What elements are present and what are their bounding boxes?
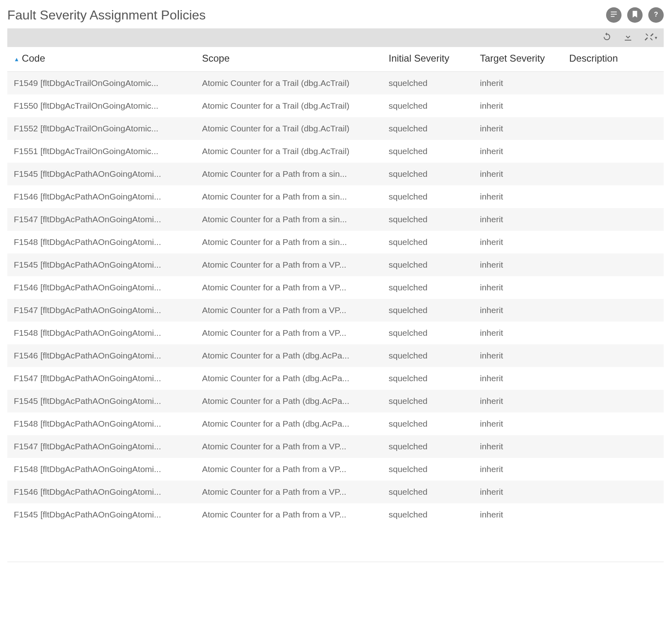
cell-code: F1548 [fltDbgAcPathAOnGoingAtomi... bbox=[7, 322, 198, 344]
bookmark-button[interactable] bbox=[627, 7, 643, 23]
cell-target: inherit bbox=[476, 276, 565, 299]
table-row[interactable]: F1545 [fltDbgAcPathAOnGoingAtomi...Atomi… bbox=[7, 503, 664, 526]
cell-initial: squelched bbox=[385, 299, 476, 322]
cell-desc bbox=[565, 503, 664, 526]
cell-target: inherit bbox=[476, 322, 565, 344]
cell-target: inherit bbox=[476, 458, 565, 481]
table-row[interactable]: F1552 [fltDbgAcTrailOnGoingAtomic...Atom… bbox=[7, 117, 664, 140]
download-button[interactable] bbox=[623, 32, 633, 44]
cell-code: F1546 [fltDbgAcPathAOnGoingAtomi... bbox=[7, 344, 198, 367]
cell-code: F1545 [fltDbgAcPathAOnGoingAtomi... bbox=[7, 253, 198, 276]
cell-code: F1550 [fltDbgAcTrailOnGoingAtomic... bbox=[7, 94, 198, 117]
cell-code: F1548 [fltDbgAcPathAOnGoingAtomi... bbox=[7, 412, 198, 435]
cell-desc bbox=[565, 185, 664, 208]
table-row[interactable]: F1548 [fltDbgAcPathAOnGoingAtomi...Atomi… bbox=[7, 458, 664, 481]
cell-initial: squelched bbox=[385, 140, 476, 163]
cell-desc bbox=[565, 163, 664, 185]
cell-code: F1545 [fltDbgAcPathAOnGoingAtomi... bbox=[7, 163, 198, 185]
question-icon: ? bbox=[652, 10, 660, 21]
table-row[interactable]: F1545 [fltDbgAcPathAOnGoingAtomi...Atomi… bbox=[7, 253, 664, 276]
cell-scope: Atomic Counter for a Path from a VP... bbox=[198, 276, 385, 299]
cell-code: F1545 [fltDbgAcPathAOnGoingAtomi... bbox=[7, 390, 198, 412]
cell-target: inherit bbox=[476, 72, 565, 95]
cell-code: F1547 [fltDbgAcPathAOnGoingAtomi... bbox=[7, 208, 198, 231]
cell-target: inherit bbox=[476, 503, 565, 526]
table-row[interactable]: F1545 [fltDbgAcPathAOnGoingAtomi...Atomi… bbox=[7, 163, 664, 185]
cell-initial: squelched bbox=[385, 344, 476, 367]
cell-target: inherit bbox=[476, 390, 565, 412]
cell-target: inherit bbox=[476, 344, 565, 367]
cell-desc bbox=[565, 412, 664, 435]
column-label: Target Severity bbox=[480, 53, 545, 64]
table-row[interactable]: F1547 [fltDbgAcPathAOnGoingAtomi...Atomi… bbox=[7, 299, 664, 322]
cell-initial: squelched bbox=[385, 276, 476, 299]
refresh-icon bbox=[602, 32, 612, 44]
column-header-description[interactable]: Description bbox=[565, 47, 664, 72]
sort-ascending-icon: ▲ bbox=[14, 56, 19, 62]
table-row[interactable]: F1551 [fltDbgAcTrailOnGoingAtomic...Atom… bbox=[7, 140, 664, 163]
cell-code: F1552 [fltDbgAcTrailOnGoingAtomic... bbox=[7, 117, 198, 140]
cell-initial: squelched bbox=[385, 163, 476, 185]
table-row[interactable]: F1549 [fltDbgAcTrailOnGoingAtomic...Atom… bbox=[7, 72, 664, 95]
table-row[interactable]: F1547 [fltDbgAcPathAOnGoingAtomi...Atomi… bbox=[7, 367, 664, 390]
chevron-down-icon: ▾ bbox=[655, 35, 657, 41]
cell-scope: Atomic Counter for a Path from a sin... bbox=[198, 208, 385, 231]
column-header-code[interactable]: ▲Code bbox=[7, 47, 198, 72]
svg-rect-2 bbox=[611, 16, 615, 17]
table-row[interactable]: F1546 [fltDbgAcPathAOnGoingAtomi...Atomi… bbox=[7, 276, 664, 299]
cell-initial: squelched bbox=[385, 367, 476, 390]
help-button[interactable]: ? bbox=[648, 7, 664, 23]
cell-code: F1547 [fltDbgAcPathAOnGoingAtomi... bbox=[7, 367, 198, 390]
cell-target: inherit bbox=[476, 253, 565, 276]
cell-code: F1548 [fltDbgAcPathAOnGoingAtomi... bbox=[7, 231, 198, 253]
cell-desc bbox=[565, 253, 664, 276]
cell-initial: squelched bbox=[385, 322, 476, 344]
list-view-button[interactable] bbox=[606, 7, 622, 23]
table-row[interactable]: F1550 [fltDbgAcTrailOnGoingAtomic...Atom… bbox=[7, 94, 664, 117]
table-row[interactable]: F1545 [fltDbgAcPathAOnGoingAtomi...Atomi… bbox=[7, 390, 664, 412]
table-header-row: ▲Code Scope Initial Severity Target Seve… bbox=[7, 47, 664, 72]
cell-target: inherit bbox=[476, 185, 565, 208]
cell-target: inherit bbox=[476, 163, 565, 185]
refresh-button[interactable] bbox=[602, 32, 612, 44]
cell-scope: Atomic Counter for a Path from a VP... bbox=[198, 253, 385, 276]
cell-scope: Atomic Counter for a Path from a VP... bbox=[198, 481, 385, 503]
column-header-scope[interactable]: Scope bbox=[198, 47, 385, 72]
tools-menu-button[interactable]: ▾ bbox=[644, 32, 657, 44]
table-row[interactable]: F1546 [fltDbgAcPathAOnGoingAtomi...Atomi… bbox=[7, 344, 664, 367]
column-header-initial-severity[interactable]: Initial Severity bbox=[385, 47, 476, 72]
svg-rect-1 bbox=[611, 14, 617, 15]
cell-desc bbox=[565, 458, 664, 481]
cell-initial: squelched bbox=[385, 435, 476, 458]
table-row[interactable]: F1546 [fltDbgAcPathAOnGoingAtomi...Atomi… bbox=[7, 481, 664, 503]
cell-desc bbox=[565, 367, 664, 390]
cell-desc bbox=[565, 117, 664, 140]
cell-initial: squelched bbox=[385, 481, 476, 503]
cell-code: F1545 [fltDbgAcPathAOnGoingAtomi... bbox=[7, 503, 198, 526]
cell-scope: Atomic Counter for a Path from a VP... bbox=[198, 299, 385, 322]
page-header: Fault Severity Assignment Policies ? bbox=[7, 7, 664, 23]
table-row[interactable]: F1548 [fltDbgAcPathAOnGoingAtomi...Atomi… bbox=[7, 322, 664, 344]
column-label: Scope bbox=[202, 53, 230, 64]
cell-initial: squelched bbox=[385, 94, 476, 117]
table-row[interactable]: F1548 [fltDbgAcPathAOnGoingAtomi...Atomi… bbox=[7, 412, 664, 435]
cell-initial: squelched bbox=[385, 208, 476, 231]
table-row[interactable]: F1546 [fltDbgAcPathAOnGoingAtomi...Atomi… bbox=[7, 185, 664, 208]
table-row[interactable]: F1547 [fltDbgAcPathAOnGoingAtomi...Atomi… bbox=[7, 208, 664, 231]
cell-scope: Atomic Counter for a Path from a VP... bbox=[198, 503, 385, 526]
cell-scope: Atomic Counter for a Trail (dbg.AcTrail) bbox=[198, 140, 385, 163]
table-row[interactable]: F1547 [fltDbgAcPathAOnGoingAtomi...Atomi… bbox=[7, 435, 664, 458]
cell-target: inherit bbox=[476, 435, 565, 458]
cell-target: inherit bbox=[476, 231, 565, 253]
cell-desc bbox=[565, 231, 664, 253]
cell-scope: Atomic Counter for a Path from a sin... bbox=[198, 163, 385, 185]
column-header-target-severity[interactable]: Target Severity bbox=[476, 47, 565, 72]
cell-desc bbox=[565, 276, 664, 299]
footer-divider bbox=[7, 562, 664, 562]
cell-desc bbox=[565, 94, 664, 117]
column-label: Description bbox=[569, 53, 618, 64]
table-row[interactable]: F1548 [fltDbgAcPathAOnGoingAtomi...Atomi… bbox=[7, 231, 664, 253]
cell-desc bbox=[565, 208, 664, 231]
cell-initial: squelched bbox=[385, 503, 476, 526]
cell-target: inherit bbox=[476, 94, 565, 117]
